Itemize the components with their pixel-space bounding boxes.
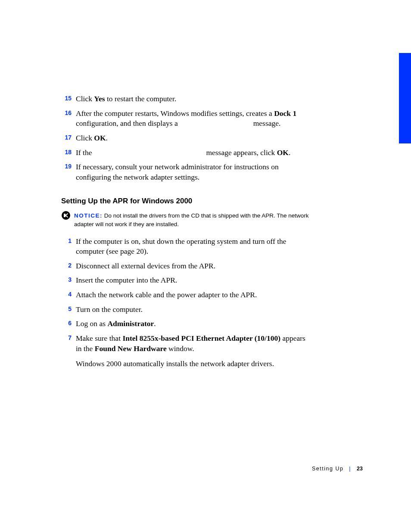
footer-section: Setting Up (312, 466, 343, 472)
step-body: After the computer restarts, Windows mod… (76, 109, 308, 129)
step-body: Insert the computer into the APR. (76, 275, 308, 286)
step-row: 6Log on as Administrator. (61, 319, 363, 329)
notice-text: NOTICE: Do not install the drivers from … (74, 212, 315, 228)
footer-separator: | (349, 466, 351, 472)
step-body: Attach the network cable and the power a… (76, 290, 308, 300)
footer-page-number: 23 (357, 466, 363, 472)
step-row: 15Click Yes to restart the computer. (61, 94, 363, 104)
step-number: 1 (61, 236, 72, 245)
step-number: 4 (61, 290, 72, 299)
step-number: 3 (61, 275, 72, 284)
numbered-steps-top: 15Click Yes to restart the computer.16Af… (61, 94, 363, 182)
step-body: If themessage appears, click OK. (76, 148, 308, 158)
step-row: 5Turn on the computer. (61, 305, 363, 315)
step-number: 2 (61, 261, 72, 270)
step-number: 5 (61, 305, 72, 313)
section-heading: Setting Up the APR for Windows 2000 (61, 197, 363, 205)
section-tab (399, 53, 411, 143)
notice-block: NOTICE: Do not install the drivers from … (61, 212, 315, 228)
page-content: 15Click Yes to restart the computer.16Af… (61, 94, 363, 369)
numbered-steps-bottom: 1If the computer is on, shut down the op… (61, 236, 363, 354)
step-body: Turn on the computer. (76, 305, 308, 315)
notice-label: NOTICE: (74, 212, 103, 219)
step-number: 18 (61, 148, 72, 156)
step-row: 16After the computer restarts, Windows m… (61, 109, 363, 129)
step-number: 6 (61, 319, 72, 327)
step-body: Make sure that Intel 8255x-based PCI Eth… (76, 333, 308, 354)
step-row: 2Disconnect all external devices from th… (61, 261, 363, 271)
step-body: Click OK. (76, 133, 308, 143)
step-body: If necessary, consult your network admin… (76, 162, 308, 182)
step-number: 17 (61, 133, 72, 142)
step-number: 19 (61, 162, 72, 171)
step-row: 19If necessary, consult your network adm… (61, 162, 363, 182)
notice-icon (61, 211, 71, 222)
step-body: Click Yes to restart the computer. (76, 94, 308, 104)
step-number: 15 (61, 94, 72, 103)
step-row: 18If themessage appears, click OK. (61, 148, 363, 158)
step-number: 7 (61, 333, 72, 342)
notice-body: Do not install the drivers from the CD t… (74, 212, 308, 227)
step-row: 4Attach the network cable and the power … (61, 290, 363, 300)
document-page: 15Click Yes to restart the computer.16Af… (0, 0, 411, 532)
step-row: 7Make sure that Intel 8255x-based PCI Et… (61, 333, 363, 354)
post-step-paragraph: Windows 2000 automatically installs the … (76, 359, 308, 369)
step-row: 1If the computer is on, shut down the op… (61, 236, 363, 257)
step-body: If the computer is on, shut down the ope… (76, 236, 308, 257)
step-body: Log on as Administrator. (76, 319, 308, 329)
page-footer: Setting Up | 23 (312, 466, 363, 472)
step-body: Disconnect all external devices from the… (76, 261, 308, 271)
step-number: 16 (61, 109, 72, 117)
step-row: 3Insert the computer into the APR. (61, 275, 363, 286)
step-row: 17Click OK. (61, 133, 363, 143)
